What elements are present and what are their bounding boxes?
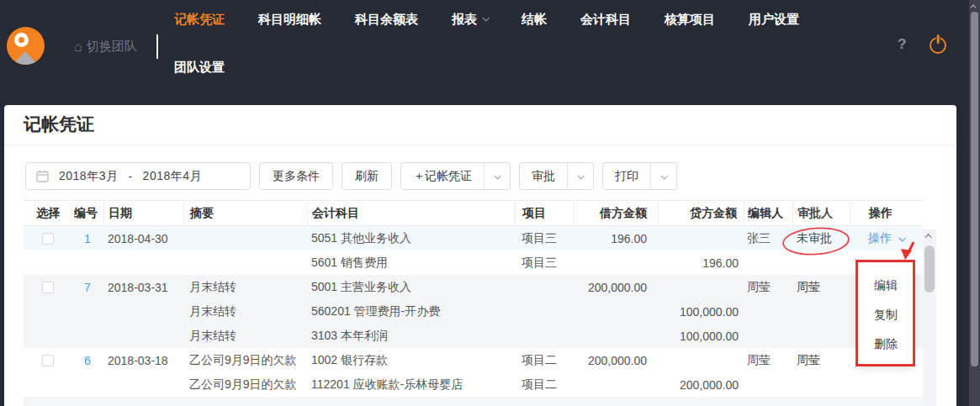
main-menu: 记帐凭证 科目明细帐 科目余额表 报表 结帐 会计科目 核算项目 用户设置 — [174, 12, 799, 28]
chevron-up-icon — [924, 234, 931, 240]
cell-account: 1002 银行存款 — [307, 353, 515, 368]
nav-item-team-settings[interactable]: 团队设置 — [174, 60, 225, 76]
date-range-end: 2018年4月 — [143, 169, 202, 184]
approve-button[interactable]: 审批 — [519, 162, 594, 190]
add-voucher-button[interactable]: ＋记帐凭证 — [400, 162, 511, 190]
cell-date: 2018-03-31 — [103, 281, 183, 294]
col-header-account: 会计科目 — [307, 201, 515, 225]
cell-debit: 200,000.00 — [574, 354, 658, 367]
cell-debit: 200,000.00 — [574, 281, 658, 294]
cell-account: 5001 主营业务收入 — [307, 280, 515, 295]
col-header-date: 日期 — [103, 201, 183, 225]
switch-team-button[interactable]: ⌂ 切换团队 — [74, 39, 137, 55]
cell-account: 5051 其他业务收入 — [307, 231, 515, 246]
table-row: 6 2018-03-18 乙公司9月9日的欠款 1002 银行存款 项目二 20… — [24, 348, 923, 372]
cell-summary: 月末结转 — [183, 329, 307, 344]
print-dropdown[interactable] — [650, 163, 676, 189]
menu-item-edit[interactable]: 编辑 — [859, 271, 913, 300]
table-row: 乙公司9月9日的欠款 112201 应收账款-乐林母婴店 项目二 200,000… — [24, 372, 923, 397]
col-header-credit: 贷方金额 — [658, 201, 744, 225]
table-row: 5601 销售费用 项目三 196.00 — [24, 250, 923, 275]
voucher-number-link[interactable]: 1 — [84, 232, 91, 245]
table-scrollbar-thumb[interactable] — [924, 245, 935, 293]
cell-summary: 乙公司9月9日的欠款 — [183, 377, 307, 393]
nav-item-balance-sheet[interactable]: 科目余额表 — [355, 12, 418, 28]
table-row: 月末结转 560201 管理费用-开办费 100,000.00 — [24, 299, 923, 324]
nav-item-accounts[interactable]: 会计科目 — [580, 12, 631, 28]
chevron-down-icon — [494, 172, 501, 179]
app-logo — [7, 27, 45, 65]
calendar-icon — [36, 170, 49, 182]
cell-approver: 周莹 — [792, 280, 850, 295]
cell-summary: 月末结转 — [183, 280, 307, 295]
main-menu-row2: 团队设置 — [174, 60, 225, 76]
app-screen: ⌂ 切换团队 记帐凭证 科目明细帐 科目余额表 报表 结帐 会计科目 核算项目 … — [0, 0, 980, 406]
cell-approver: 周莹 — [792, 353, 850, 368]
add-voucher-dropdown[interactable] — [484, 163, 510, 189]
col-header-select: 选择 — [24, 201, 72, 225]
table-scrollbar[interactable] — [923, 229, 936, 406]
cell-project: 项目三 — [515, 231, 574, 246]
nav-item-ledger-detail[interactable]: 科目明细帐 — [258, 12, 321, 28]
cell-project: 项目三 — [515, 256, 574, 271]
page-scrollbar-thumb[interactable] — [971, 12, 978, 366]
chevron-down-icon — [577, 172, 584, 179]
chevron-down-icon — [660, 172, 667, 179]
logo-ring — [14, 33, 29, 47]
nav-item-user-settings[interactable]: 用户设置 — [749, 12, 799, 28]
nav-item-reports[interactable]: 报表 — [452, 12, 488, 28]
cell-date: 2018-04-30 — [103, 232, 183, 245]
text-cursor — [156, 34, 158, 59]
date-range-picker[interactable]: 2018年3月 - 2018年4月 — [25, 162, 251, 190]
menu-item-copy[interactable]: 复制 — [859, 300, 913, 330]
col-header-summary: 摘要 — [183, 201, 307, 225]
help-icon[interactable]: ? — [898, 36, 906, 53]
cell-editor: 张三 — [744, 231, 792, 246]
approve-dropdown[interactable] — [567, 163, 593, 189]
table-row: 7 2018-03-31 月末结转 5001 主营业务收入 200,000.00… — [24, 275, 923, 299]
row-checkbox[interactable] — [42, 233, 54, 245]
logo-mountain — [12, 51, 39, 65]
cell-account: 112201 应收账款-乐林母婴店 — [307, 377, 515, 393]
col-header-editor: 编辑人 — [744, 201, 792, 225]
row-checkbox[interactable] — [42, 282, 54, 293]
table-row: 1 2018-04-30 5051 其他业务收入 项目三 196.00 张三 未… — [24, 226, 923, 250]
approval-status: 未审批 — [792, 231, 850, 246]
chevron-down-icon — [482, 14, 489, 21]
cell-summary: 乙公司9月9日的欠款 — [183, 353, 307, 368]
menu-item-delete[interactable]: 删除 — [859, 330, 913, 359]
logout-power-icon[interactable] — [930, 37, 946, 54]
table-header: 选择 编号 日期 摘要 会计科目 项目 借方金额 贷方金额 编辑人 审批人 操作 — [24, 200, 923, 226]
page-scrollbar[interactable] — [969, 0, 980, 406]
nav-item-vouchers[interactable]: 记帐凭证 — [174, 12, 225, 28]
refresh-button[interactable]: 刷新 — [342, 162, 392, 190]
page-scroll-up-button[interactable] — [969, 1, 980, 11]
cell-debit: 196.00 — [574, 232, 658, 245]
filter-toolbar: 2018年3月 - 2018年4月 更多条件 刷新 ＋记帐凭证 审批 打印 — [25, 162, 677, 190]
home-icon: ⌂ — [74, 41, 82, 53]
cell-credit: 200,000.00 — [658, 378, 744, 392]
date-range-start: 2018年3月 — [59, 169, 118, 184]
row-actions-menu: 编辑 复制 删除 — [858, 262, 914, 366]
cell-project: 项目二 — [515, 377, 574, 393]
voucher-number-link[interactable]: 7 — [84, 281, 91, 294]
row-actions-link[interactable]: 操作 — [868, 231, 923, 246]
page-title: 记帐凭证 — [24, 113, 94, 136]
cell-project: 项目二 — [515, 353, 574, 368]
voucher-table: 选择 编号 日期 摘要 会计科目 项目 借方金额 贷方金额 编辑人 审批人 操作… — [24, 200, 923, 406]
cell-editor: 周莹 — [744, 353, 792, 368]
scroll-up-button[interactable] — [923, 229, 936, 243]
date-range-separator: - — [128, 170, 132, 183]
nav-item-accounting-items[interactable]: 核算项目 — [665, 12, 715, 28]
print-button[interactable]: 打印 — [602, 162, 677, 190]
table-row-partial — [24, 397, 923, 406]
cell-account: 3103 本年利润 — [307, 329, 515, 344]
cell-credit: 100,000.00 — [658, 330, 744, 343]
cell-account: 5601 销售费用 — [307, 256, 515, 271]
voucher-number-link[interactable]: 6 — [84, 354, 91, 367]
chevron-up-icon — [971, 4, 977, 10]
more-conditions-button[interactable]: 更多条件 — [259, 162, 333, 190]
nav-item-closing[interactable]: 结帐 — [522, 12, 547, 28]
title-divider — [4, 145, 956, 145]
row-checkbox[interactable] — [42, 355, 54, 366]
